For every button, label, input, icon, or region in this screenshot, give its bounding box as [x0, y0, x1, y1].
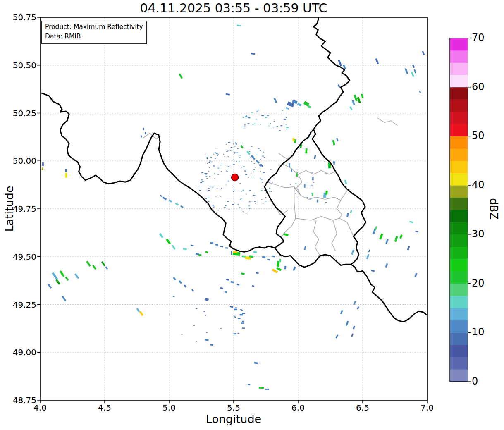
radar-echo-clusters — [169, 110, 327, 342]
y-tick-label: 50.00 — [0, 156, 36, 166]
y-tick-label: 49.50 — [0, 252, 36, 262]
colorbar-tick-label: 20 — [472, 277, 485, 289]
product-annotation-line1: Product: Maximum Reflectivity — [45, 22, 143, 32]
x-tick-label: 5.0 — [155, 403, 184, 413]
x-tick-label: 6.5 — [348, 403, 377, 413]
colorbar — [450, 38, 471, 382]
axis-ticks — [37, 17, 427, 403]
radar-echo-streaks — [43, 25, 424, 389]
x-tick-label: 6.0 — [284, 403, 313, 413]
y-tick-label: 50.25 — [0, 108, 36, 118]
colorbar-tick-label: 10 — [472, 326, 485, 338]
product-annotation-box: Product: Maximum Reflectivity Data: RMIB — [41, 21, 147, 44]
gridlines — [40, 17, 427, 400]
x-tick-label: 5.5 — [219, 403, 248, 413]
colorbar-tick-label: 30 — [472, 228, 485, 240]
region-borders — [143, 118, 398, 256]
y-tick-label: 50.50 — [0, 60, 36, 70]
y-tick-label: 49.25 — [0, 300, 36, 310]
y-tick-label: 48.75 — [0, 395, 36, 405]
colorbar-tick-label: 50 — [472, 130, 485, 141]
x-axis-label: Longitude — [40, 413, 427, 425]
plot-title: 04.11.2025 03:55 - 03:59 UTC — [40, 1, 427, 15]
y-tick-label: 49.00 — [0, 347, 36, 357]
y-tick-label: 49.75 — [0, 204, 36, 214]
x-tick-label: 4.5 — [90, 403, 119, 413]
radar-map-canvas — [0, 0, 504, 430]
x-tick-label: 7.0 — [413, 403, 442, 413]
y-tick-label: 50.75 — [0, 12, 36, 22]
colorbar-tick-label: 60 — [472, 81, 485, 93]
colorbar-tick-label: 0 — [472, 375, 478, 387]
country-borders — [41, 17, 427, 322]
colorbar-label: dBZ — [487, 198, 500, 220]
colorbar-tick-label: 70 — [472, 32, 485, 43]
colorbar-tick-label: 40 — [472, 179, 485, 191]
radar-figure: { "title": "04.11.2025 03:55 - 03:59 UTC… — [0, 0, 504, 430]
product-annotation-line2: Data: RMIB — [45, 32, 143, 41]
radar-site-marker — [232, 174, 239, 181]
